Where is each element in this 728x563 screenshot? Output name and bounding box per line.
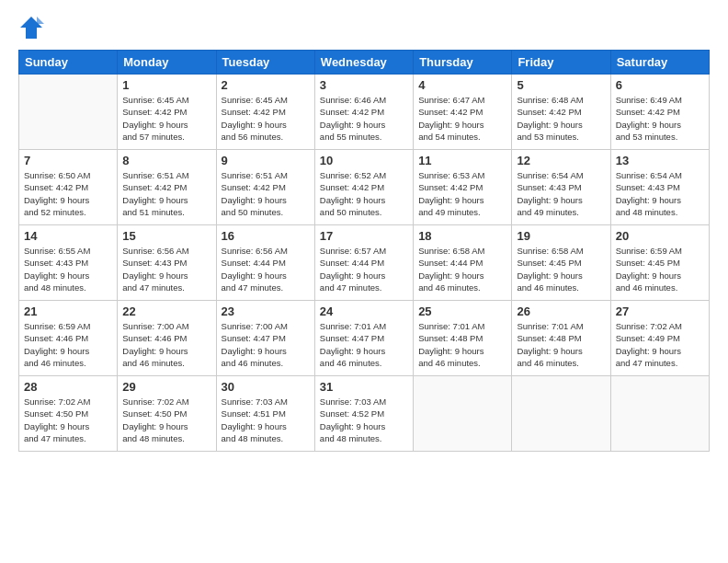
day-info: Sunrise: 6:46 AM Sunset: 4:42 PM Dayligh… — [320, 94, 408, 143]
day-info: Sunrise: 6:49 AM Sunset: 4:42 PM Dayligh… — [616, 94, 704, 143]
calendar-cell: 6Sunrise: 6:49 AM Sunset: 4:42 PM Daylig… — [610, 75, 709, 150]
day-info: Sunrise: 6:51 AM Sunset: 4:42 PM Dayligh… — [122, 169, 210, 218]
day-info: Sunrise: 6:59 AM Sunset: 4:45 PM Dayligh… — [616, 245, 704, 293]
day-number: 20 — [616, 229, 704, 243]
calendar-cell: 3Sunrise: 6:46 AM Sunset: 4:42 PM Daylig… — [314, 75, 413, 150]
day-number: 25 — [418, 304, 506, 318]
day-info: Sunrise: 6:54 AM Sunset: 4:43 PM Dayligh… — [616, 169, 704, 218]
day-number: 7 — [24, 154, 112, 167]
weekday-header-saturday: Saturday — [610, 51, 709, 75]
calendar-cell: 25Sunrise: 7:01 AM Sunset: 4:48 PM Dayli… — [414, 301, 512, 376]
day-number: 12 — [517, 154, 605, 167]
calendar-cell: 15Sunrise: 6:56 AM Sunset: 4:43 PM Dayli… — [118, 225, 216, 301]
calendar-cell: 12Sunrise: 6:54 AM Sunset: 4:43 PM Dayli… — [512, 150, 610, 225]
weekday-header-thursday: Thursday — [414, 51, 512, 75]
calendar-cell: 27Sunrise: 7:02 AM Sunset: 4:49 PM Dayli… — [610, 301, 709, 376]
day-info: Sunrise: 7:02 AM Sunset: 4:49 PM Dayligh… — [616, 320, 704, 369]
day-number: 28 — [24, 380, 112, 394]
day-info: Sunrise: 6:59 AM Sunset: 4:46 PM Dayligh… — [24, 320, 112, 369]
calendar-cell: 10Sunrise: 6:52 AM Sunset: 4:42 PM Dayli… — [314, 150, 413, 225]
day-number: 14 — [24, 229, 112, 243]
calendar-cell: 29Sunrise: 7:02 AM Sunset: 4:50 PM Dayli… — [118, 376, 216, 452]
weekday-header-row: SundayMondayTuesdayWednesdayThursdayFrid… — [19, 51, 710, 75]
day-number: 24 — [320, 304, 408, 318]
day-number: 6 — [616, 78, 704, 92]
calendar-cell: 21Sunrise: 6:59 AM Sunset: 4:46 PM Dayli… — [19, 301, 118, 376]
day-number: 4 — [418, 78, 506, 92]
day-number: 15 — [122, 229, 210, 243]
day-number: 8 — [122, 154, 210, 167]
day-number: 11 — [418, 154, 506, 167]
calendar-cell — [610, 376, 709, 452]
day-info: Sunrise: 6:58 AM Sunset: 4:44 PM Dayligh… — [418, 245, 506, 293]
day-info: Sunrise: 7:00 AM Sunset: 4:47 PM Dayligh… — [222, 320, 310, 369]
day-info: Sunrise: 6:47 AM Sunset: 4:42 PM Dayligh… — [418, 94, 506, 143]
calendar-cell — [19, 75, 118, 150]
day-info: Sunrise: 7:02 AM Sunset: 4:50 PM Dayligh… — [122, 396, 210, 444]
page: SundayMondayTuesdayWednesdayThursdayFrid… — [0, 0, 728, 563]
day-info: Sunrise: 6:57 AM Sunset: 4:44 PM Dayligh… — [320, 245, 408, 293]
weekday-header-friday: Friday — [512, 51, 610, 75]
calendar-week-1: 7Sunrise: 6:50 AM Sunset: 4:42 PM Daylig… — [19, 150, 710, 225]
calendar-cell: 17Sunrise: 6:57 AM Sunset: 4:44 PM Dayli… — [314, 225, 413, 301]
day-number: 17 — [320, 229, 408, 243]
day-number: 22 — [122, 304, 210, 318]
day-info: Sunrise: 7:01 AM Sunset: 4:48 PM Dayligh… — [517, 320, 605, 369]
calendar-week-4: 28Sunrise: 7:02 AM Sunset: 4:50 PM Dayli… — [19, 376, 710, 452]
day-number: 26 — [517, 304, 605, 318]
day-number: 9 — [222, 154, 310, 167]
svg-marker-1 — [37, 17, 44, 24]
day-number: 13 — [616, 154, 704, 167]
day-number: 3 — [320, 78, 408, 92]
calendar-cell: 24Sunrise: 7:01 AM Sunset: 4:47 PM Dayli… — [314, 301, 413, 376]
day-number: 23 — [222, 304, 310, 318]
calendar-cell: 28Sunrise: 7:02 AM Sunset: 4:50 PM Dayli… — [19, 376, 118, 452]
day-number: 21 — [24, 304, 112, 318]
calendar-cell — [512, 376, 610, 452]
calendar-cell: 16Sunrise: 6:56 AM Sunset: 4:44 PM Dayli… — [216, 225, 314, 301]
calendar-cell: 30Sunrise: 7:03 AM Sunset: 4:51 PM Dayli… — [216, 376, 314, 452]
calendar-cell: 31Sunrise: 7:03 AM Sunset: 4:52 PM Dayli… — [314, 376, 413, 452]
calendar-cell: 26Sunrise: 7:01 AM Sunset: 4:48 PM Dayli… — [512, 301, 610, 376]
day-info: Sunrise: 6:45 AM Sunset: 4:42 PM Dayligh… — [122, 94, 210, 143]
weekday-header-wednesday: Wednesday — [314, 51, 413, 75]
header — [18, 15, 710, 40]
day-info: Sunrise: 6:53 AM Sunset: 4:42 PM Dayligh… — [418, 169, 506, 218]
calendar-cell: 1Sunrise: 6:45 AM Sunset: 4:42 PM Daylig… — [118, 75, 216, 150]
day-info: Sunrise: 7:03 AM Sunset: 4:51 PM Dayligh… — [222, 396, 310, 444]
day-number: 16 — [222, 229, 310, 243]
day-info: Sunrise: 6:54 AM Sunset: 4:43 PM Dayligh… — [517, 169, 605, 218]
day-info: Sunrise: 6:55 AM Sunset: 4:43 PM Dayligh… — [24, 245, 112, 293]
calendar-cell: 19Sunrise: 6:58 AM Sunset: 4:45 PM Dayli… — [512, 225, 610, 301]
day-number: 29 — [122, 380, 210, 394]
day-info: Sunrise: 6:52 AM Sunset: 4:42 PM Dayligh… — [320, 169, 408, 218]
calendar-cell: 7Sunrise: 6:50 AM Sunset: 4:42 PM Daylig… — [19, 150, 118, 225]
day-info: Sunrise: 7:01 AM Sunset: 4:47 PM Dayligh… — [320, 320, 408, 369]
weekday-header-tuesday: Tuesday — [216, 51, 314, 75]
day-info: Sunrise: 7:00 AM Sunset: 4:46 PM Dayligh… — [122, 320, 210, 369]
calendar-cell: 13Sunrise: 6:54 AM Sunset: 4:43 PM Dayli… — [610, 150, 709, 225]
day-number: 2 — [222, 78, 310, 92]
calendar-table: SundayMondayTuesdayWednesdayThursdayFrid… — [18, 50, 710, 452]
calendar-cell: 23Sunrise: 7:00 AM Sunset: 4:47 PM Dayli… — [216, 301, 314, 376]
day-number: 5 — [517, 78, 605, 92]
day-number: 31 — [320, 380, 408, 394]
day-info: Sunrise: 6:56 AM Sunset: 4:43 PM Dayligh… — [122, 245, 210, 293]
logo-icon — [18, 15, 44, 40]
day-number: 1 — [122, 78, 210, 92]
day-info: Sunrise: 6:56 AM Sunset: 4:44 PM Dayligh… — [222, 245, 310, 293]
calendar-cell: 22Sunrise: 7:00 AM Sunset: 4:46 PM Dayli… — [118, 301, 216, 376]
calendar-cell: 4Sunrise: 6:47 AM Sunset: 4:42 PM Daylig… — [414, 75, 512, 150]
weekday-header-monday: Monday — [118, 51, 216, 75]
calendar-cell: 18Sunrise: 6:58 AM Sunset: 4:44 PM Dayli… — [414, 225, 512, 301]
calendar-week-0: 1Sunrise: 6:45 AM Sunset: 4:42 PM Daylig… — [19, 75, 710, 150]
calendar-cell: 2Sunrise: 6:45 AM Sunset: 4:42 PM Daylig… — [216, 75, 314, 150]
day-info: Sunrise: 6:58 AM Sunset: 4:45 PM Dayligh… — [517, 245, 605, 293]
day-number: 18 — [418, 229, 506, 243]
calendar-cell: 5Sunrise: 6:48 AM Sunset: 4:42 PM Daylig… — [512, 75, 610, 150]
day-number: 27 — [616, 304, 704, 318]
calendar-cell: 8Sunrise: 6:51 AM Sunset: 4:42 PM Daylig… — [118, 150, 216, 225]
day-info: Sunrise: 6:50 AM Sunset: 4:42 PM Dayligh… — [24, 169, 112, 218]
day-info: Sunrise: 6:51 AM Sunset: 4:42 PM Dayligh… — [222, 169, 310, 218]
calendar-cell: 11Sunrise: 6:53 AM Sunset: 4:42 PM Dayli… — [414, 150, 512, 225]
